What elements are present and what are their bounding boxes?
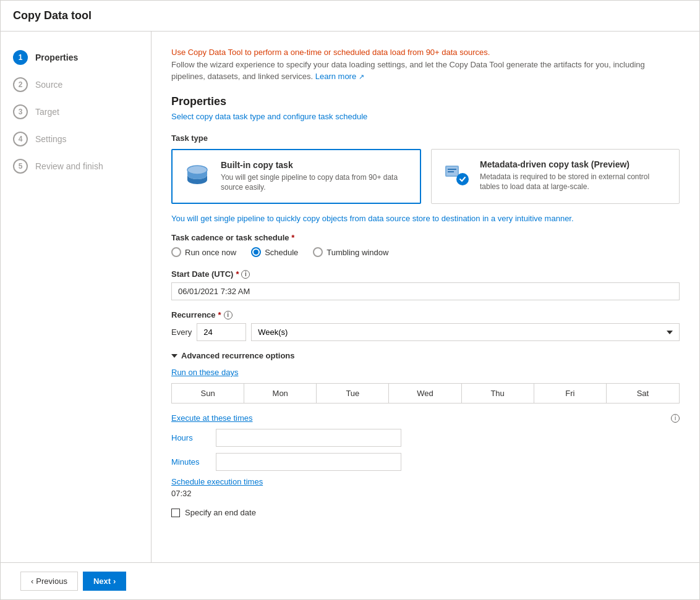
step-label-5: Review and finish xyxy=(35,161,103,171)
svg-rect-4 xyxy=(448,171,454,172)
radio-tumbling-circle xyxy=(313,247,323,257)
recurrence-unit-select[interactable]: Minute(s) Hour(s) Day(s) Week(s) Month(s… xyxy=(251,323,680,341)
recurrence-info-icon[interactable]: i xyxy=(224,311,233,319)
recurrence-field: Recurrence * i Every Minute(s) Hour(s) D… xyxy=(171,310,680,341)
step-circle-2: 2 xyxy=(13,77,28,92)
info-banner: Use Copy Data Tool to perform a one-time… xyxy=(171,46,680,83)
step-circle-3: 3 xyxy=(13,104,28,119)
svg-rect-3 xyxy=(448,169,456,170)
step-label-1: Properties xyxy=(35,53,78,62)
days-grid: SunMonTueWedThuFriSat xyxy=(171,383,680,404)
step-circle-1: 1 xyxy=(13,50,28,65)
hours-field-row: Hours xyxy=(171,429,680,447)
learn-more-link[interactable]: Learn more ↗ xyxy=(315,72,364,81)
metadata-card-content: Metadata-driven copy task (Preview) Meta… xyxy=(480,159,669,193)
svg-point-5 xyxy=(456,173,469,185)
app-title: Copy Data tool xyxy=(13,9,687,22)
prev-chevron-icon: ‹ xyxy=(31,577,33,586)
radio-schedule-circle xyxy=(251,247,261,257)
section-subtitle: Select copy data task type and configure… xyxy=(171,112,680,121)
previous-button[interactable]: ‹ Previous xyxy=(20,572,78,591)
sidebar-item-step-3[interactable]: 3 Target xyxy=(1,98,151,125)
execute-times-header: Execute at these times i xyxy=(171,413,680,423)
radio-run-once-circle xyxy=(171,247,181,257)
radio-schedule[interactable]: Schedule xyxy=(251,247,298,257)
day-cell-sat[interactable]: Sat xyxy=(607,384,679,403)
sidebar: 1 Properties 2 Source 3 Target 4 Setting… xyxy=(1,32,152,562)
execute-times-link[interactable]: Execute at these times xyxy=(171,413,253,423)
advanced-header[interactable]: Advanced recurrence options xyxy=(171,351,680,360)
task-cards: Built-in copy task You will get single p… xyxy=(171,149,680,205)
recurrence-label: Recurrence * i xyxy=(171,310,680,319)
sidebar-item-step-5[interactable]: 5 Review and finish xyxy=(1,153,151,180)
step-label-3: Target xyxy=(35,107,59,117)
day-cell-fri[interactable]: Fri xyxy=(534,384,607,403)
content-area: Use Copy Data Tool to perform a one-time… xyxy=(152,32,699,562)
builtin-title: Built-in copy task xyxy=(221,160,410,170)
advanced-recurrence-section: Advanced recurrence options Run on these… xyxy=(171,351,680,517)
hours-input[interactable] xyxy=(216,429,401,447)
next-label: Next xyxy=(93,577,111,586)
end-date-row[interactable]: Specify an end date xyxy=(171,508,680,517)
task-cadence-radio-group: Run once now Schedule Tumbling window xyxy=(171,247,680,257)
builtin-icon xyxy=(182,160,212,190)
svg-point-0 xyxy=(187,166,207,174)
minutes-input[interactable] xyxy=(216,453,401,471)
radio-run-once[interactable]: Run once now xyxy=(171,247,236,257)
day-cell-wed[interactable]: Wed xyxy=(389,384,461,403)
sidebar-item-step-1: 1 Properties xyxy=(1,44,151,71)
run-days-link[interactable]: Run on these days xyxy=(171,368,238,377)
minutes-label: Minutes xyxy=(171,457,208,467)
triangle-icon xyxy=(171,354,177,358)
metadata-icon xyxy=(442,159,471,189)
day-cell-sun[interactable]: Sun xyxy=(172,384,244,403)
metadata-title: Metadata-driven copy task (Preview) xyxy=(480,159,669,169)
radio-run-once-label: Run once now xyxy=(185,248,236,257)
radio-tumbling-label: Tumbling window xyxy=(327,248,388,257)
builtin-card-content: Built-in copy task You will get single p… xyxy=(221,160,410,193)
start-date-label: Start Date (UTC) * i xyxy=(171,269,680,279)
every-label: Every xyxy=(171,327,192,337)
section-title: Properties xyxy=(171,95,680,108)
minutes-field-row: Minutes xyxy=(171,453,680,471)
step-circle-5: 5 xyxy=(13,159,28,174)
radio-tumbling[interactable]: Tumbling window xyxy=(313,247,388,257)
recurrence-number-input[interactable] xyxy=(197,323,246,341)
pipeline-note: You will get single pipeline to quickly … xyxy=(171,214,680,223)
start-date-info-icon[interactable]: i xyxy=(241,270,250,279)
advanced-label: Advanced recurrence options xyxy=(181,351,295,360)
start-date-required: * xyxy=(236,269,239,279)
execute-times-info-icon[interactable]: i xyxy=(671,414,680,423)
day-cell-mon[interactable]: Mon xyxy=(244,384,317,403)
next-chevron-icon: › xyxy=(113,577,116,586)
start-date-input[interactable] xyxy=(171,282,680,300)
end-date-label: Specify an end date xyxy=(185,508,256,517)
schedule-exec-time: 07:32 xyxy=(171,489,680,498)
schedule-exec-link[interactable]: Schedule execution times xyxy=(171,477,263,486)
sidebar-item-step-4[interactable]: 4 Settings xyxy=(1,125,151,153)
task-cadence-label: Task cadence or task schedule * xyxy=(171,233,680,242)
task-card-builtin[interactable]: Built-in copy task You will get single p… xyxy=(171,149,421,205)
banner-text-1: Use Copy Data Tool to perform a one-time… xyxy=(171,48,490,57)
recurrence-row: Every Minute(s) Hour(s) Day(s) Week(s) M… xyxy=(171,323,680,341)
day-cell-thu[interactable]: Thu xyxy=(462,384,534,403)
hours-label: Hours xyxy=(171,433,208,442)
start-date-field: Start Date (UTC) * i xyxy=(171,269,680,300)
radio-schedule-label: Schedule xyxy=(265,248,298,257)
task-type-label: Task type xyxy=(171,133,680,143)
metadata-desc: Metadata is required to be stored in ext… xyxy=(480,172,669,193)
recurrence-required: * xyxy=(218,310,221,319)
step-label-2: Source xyxy=(35,80,62,90)
footer: ‹ Previous Next › xyxy=(1,562,699,599)
previous-label: Previous xyxy=(36,577,67,586)
title-bar: Copy Data tool xyxy=(1,1,699,32)
sidebar-item-step-2[interactable]: 2 Source xyxy=(1,71,151,98)
step-label-4: Settings xyxy=(35,134,67,144)
task-card-metadata[interactable]: Metadata-driven copy task (Preview) Meta… xyxy=(431,149,680,205)
step-circle-4: 4 xyxy=(13,132,28,146)
end-date-checkbox[interactable] xyxy=(171,509,180,517)
banner-text-2: Follow the wizard experience to specify … xyxy=(171,60,645,82)
next-button[interactable]: Next › xyxy=(83,572,127,591)
day-cell-tue[interactable]: Tue xyxy=(317,384,389,403)
builtin-desc: You will get single pipeline to copy dat… xyxy=(221,172,410,193)
